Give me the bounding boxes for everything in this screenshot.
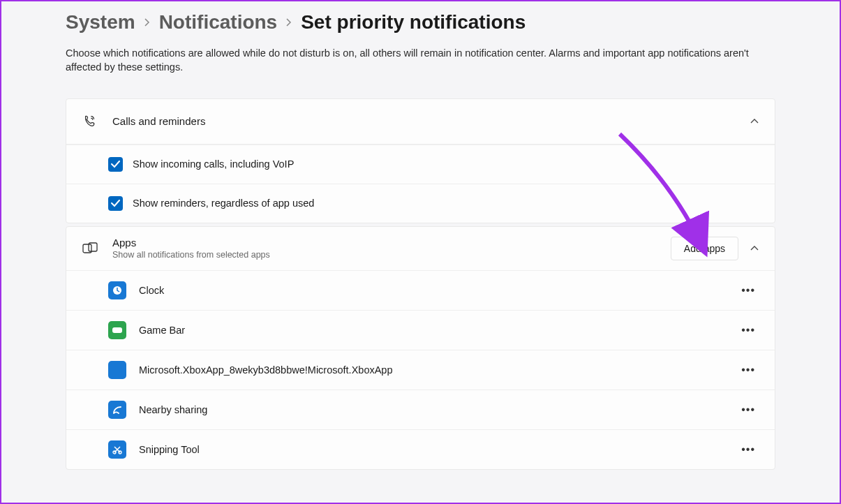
app-name: Nearby sharing <box>139 404 737 415</box>
breadcrumb-notifications[interactable]: Notifications <box>159 11 278 34</box>
xbox-app-icon <box>108 361 126 379</box>
app-name: Clock <box>139 285 737 296</box>
phone-icon <box>82 113 98 130</box>
chevron-right-icon <box>285 15 292 31</box>
chevron-up-icon <box>750 117 759 126</box>
more-icon[interactable]: ••• <box>737 401 759 419</box>
more-icon[interactable]: ••• <box>737 321 759 339</box>
app-row-gamebar: Game Bar ••• <box>66 310 775 350</box>
apps-header[interactable]: Apps Show all notifications from selecte… <box>66 227 775 270</box>
breadcrumb-system[interactable]: System <box>66 11 135 34</box>
apps-panel: Apps Show all notifications from selecte… <box>66 226 775 470</box>
show-reminders-row: Show reminders, regardless of app used <box>66 184 775 223</box>
more-icon[interactable]: ••• <box>737 440 759 459</box>
show-reminders-label: Show reminders, regardless of app used <box>133 198 314 209</box>
more-icon[interactable]: ••• <box>737 361 759 379</box>
calls-reminders-title: Calls and reminders <box>112 115 750 127</box>
more-icon[interactable]: ••• <box>737 281 759 299</box>
show-calls-row: Show incoming calls, including VoIP <box>66 144 775 184</box>
show-reminders-checkbox[interactable] <box>108 196 123 211</box>
show-calls-checkbox[interactable] <box>108 157 123 172</box>
show-calls-label: Show incoming calls, including VoIP <box>133 158 294 170</box>
nearby-sharing-app-icon <box>108 401 126 419</box>
app-row-xbox: Microsoft.XboxApp_8wekyb3d8bbwe!Microsof… <box>66 350 775 390</box>
apps-subtitle: Show all notifications from selected app… <box>112 250 671 260</box>
chevron-right-icon <box>144 15 151 31</box>
page-description: Choose which notifications are allowed w… <box>66 46 775 75</box>
chevron-up-icon <box>750 244 759 253</box>
app-name: Game Bar <box>139 325 737 336</box>
app-row-snipping: Snipping Tool ••• <box>66 429 775 469</box>
page-title: Set priority notifications <box>301 11 526 34</box>
app-name: Snipping Tool <box>139 444 737 455</box>
calls-reminders-panel: Calls and reminders Show incoming calls,… <box>66 98 775 223</box>
gamebar-app-icon <box>108 321 126 339</box>
apps-icon <box>82 240 98 257</box>
app-row-clock: Clock ••• <box>66 270 775 310</box>
add-apps-button[interactable]: Add apps <box>671 237 738 260</box>
snipping-tool-app-icon <box>108 440 126 459</box>
apps-title: Apps <box>112 237 671 249</box>
app-name: Microsoft.XboxApp_8wekyb3d8bbwe!Microsof… <box>139 364 737 376</box>
calls-reminders-header[interactable]: Calls and reminders <box>66 99 775 144</box>
app-row-nearby: Nearby sharing ••• <box>66 390 775 429</box>
clock-app-icon <box>108 281 126 299</box>
breadcrumb: System Notifications Set priority notifi… <box>66 11 775 34</box>
svg-rect-3 <box>112 327 122 333</box>
